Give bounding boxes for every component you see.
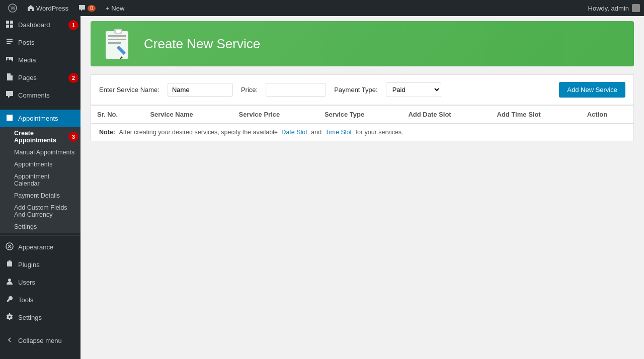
admin-avatar[interactable] <box>632 4 640 12</box>
wp-logo-button[interactable]: W <box>4 0 21 16</box>
dashboard-icon <box>5 20 14 30</box>
collapse-menu-button[interactable]: Collapse menu <box>0 332 80 349</box>
svg-rect-14 <box>108 39 126 40</box>
svg-point-11 <box>8 279 11 282</box>
payment-type-label: Payment Type: <box>334 86 377 94</box>
svg-rect-2 <box>6 21 9 24</box>
custom-fields-label: Add Custom Fields And Currency <box>14 204 67 218</box>
svg-text:W: W <box>11 6 16 11</box>
service-name-label: Enter Service Name: <box>99 86 159 94</box>
dashboard-label: Dashboard <box>18 21 50 29</box>
sidebar-item-appointments[interactable]: Appointments <box>0 110 80 127</box>
col-date-slot: Add Date Slot <box>402 106 491 124</box>
settings-label: Settings <box>18 314 42 321</box>
svg-rect-19 <box>116 30 121 33</box>
service-banner: Create New Service <box>91 21 634 66</box>
svg-rect-9 <box>7 261 12 266</box>
collapse-label: Collapse menu <box>18 337 62 344</box>
col-time-slot: Add Time Slot <box>491 106 581 124</box>
svg-rect-15 <box>108 42 121 44</box>
payment-details-label: Payment Details <box>14 192 60 199</box>
col-sr-no: Sr. No. <box>91 106 144 124</box>
comment-icon <box>78 5 86 12</box>
svg-rect-10 <box>9 260 11 262</box>
appointments-sub-label: Appointments <box>14 161 52 168</box>
plugins-icon <box>5 260 14 270</box>
manual-appointments-label: Manual Appointments <box>14 149 74 156</box>
submenu-item-manual-appointments[interactable]: Manual Appointments <box>0 146 80 158</box>
payment-type-select[interactable]: Paid Free <box>386 82 441 97</box>
submenu-item-create-appointments[interactable]: Create Appointments 3 <box>0 127 80 146</box>
collapse-icon <box>5 336 14 345</box>
service-name-input[interactable] <box>168 83 233 97</box>
howdy-label: Howdy, admin <box>588 5 629 12</box>
services-table: Sr. No. Service Name Service Price Servi… <box>91 105 634 124</box>
appointments-icon <box>5 114 14 123</box>
wp-logo-icon: W <box>8 4 17 13</box>
settings-icon <box>5 313 14 322</box>
tools-label: Tools <box>18 296 33 304</box>
price-input[interactable] <box>266 83 326 97</box>
separator-1 <box>0 107 80 107</box>
posts-icon <box>5 38 14 47</box>
sidebar-item-settings-bottom[interactable]: Settings <box>0 309 80 326</box>
appearance-icon <box>5 242 14 252</box>
note-text: After creating your desired services, sp… <box>119 129 277 136</box>
sidebar-item-tools[interactable]: Tools <box>0 291 80 309</box>
separator-2 <box>0 235 80 236</box>
tools-icon <box>5 295 14 305</box>
col-service-type: Service Type <box>318 106 402 124</box>
sidebar-item-plugins[interactable]: Plugins <box>0 256 80 274</box>
step-badge-3: 3 <box>68 132 78 142</box>
users-label: Users <box>18 279 35 286</box>
service-form: Enter Service Name: Price: Payment Type:… <box>91 74 634 105</box>
new-content-button[interactable]: + New <box>102 0 128 16</box>
separator-3 <box>0 329 80 329</box>
submenu-item-custom-fields[interactable]: Add Custom Fields And Currency <box>0 202 80 221</box>
sidebar: Dashboard 1 Posts Media Pages 2 <box>0 16 80 359</box>
svg-rect-3 <box>10 21 13 24</box>
col-service-price: Service Price <box>233 106 318 124</box>
sidebar-item-comments[interactable]: Comments <box>0 86 80 104</box>
comments-icon <box>5 91 14 100</box>
submenu-item-settings[interactable]: Settings <box>0 221 80 233</box>
comments-label: Comments <box>18 92 50 99</box>
time-slot-link[interactable]: Time Slot <box>326 129 352 136</box>
date-slot-link[interactable]: Date Slot <box>281 129 307 136</box>
comments-button[interactable]: 0 <box>74 0 100 16</box>
submenu-item-appointment-calendar[interactable]: Appointment Calendar <box>0 170 80 190</box>
sidebar-item-posts[interactable]: Posts <box>0 34 80 51</box>
add-service-button[interactable]: Add New Service <box>559 82 625 98</box>
note-label: Note: <box>99 129 115 136</box>
site-name-label: WordPress <box>36 5 68 12</box>
submenu-item-payment-details[interactable]: Payment Details <box>0 190 80 202</box>
main-content: Create New Service Enter Service Name: P… <box>80 16 644 359</box>
price-label: Price: <box>241 86 258 94</box>
note-end-text: for your services. <box>355 129 403 136</box>
home-icon <box>27 5 34 12</box>
comments-badge: 0 <box>88 5 96 12</box>
appointments-label: Appointments <box>18 115 58 122</box>
sidebar-item-pages[interactable]: Pages 2 <box>0 69 80 86</box>
svg-rect-4 <box>6 25 9 28</box>
sidebar-item-appearance[interactable]: Appearance <box>0 238 80 256</box>
table-header-row: Sr. No. Service Name Service Price Servi… <box>91 106 634 124</box>
admin-bar: W WordPress 0 + New Howdy, admin <box>0 0 644 16</box>
admin-right: Howdy, admin <box>588 4 640 12</box>
site-name-button[interactable]: WordPress <box>23 0 72 16</box>
pages-icon <box>5 73 14 82</box>
settings-sub-label: Settings <box>14 223 37 230</box>
sidebar-item-media[interactable]: Media <box>0 51 80 69</box>
banner-icon <box>101 26 136 61</box>
note-row: Note: After creating your desired servic… <box>91 124 634 141</box>
pages-label: Pages <box>18 74 37 81</box>
media-icon <box>5 55 14 65</box>
posts-label: Posts <box>18 39 35 46</box>
svg-rect-5 <box>10 25 13 28</box>
plugins-label: Plugins <box>18 261 40 268</box>
sidebar-item-users[interactable]: Users <box>0 274 80 291</box>
sidebar-item-dashboard[interactable]: Dashboard 1 <box>0 16 80 34</box>
submenu-item-appointments[interactable]: Appointments <box>0 158 80 170</box>
media-label: Media <box>18 56 36 64</box>
step-badge-2: 2 <box>68 73 78 83</box>
